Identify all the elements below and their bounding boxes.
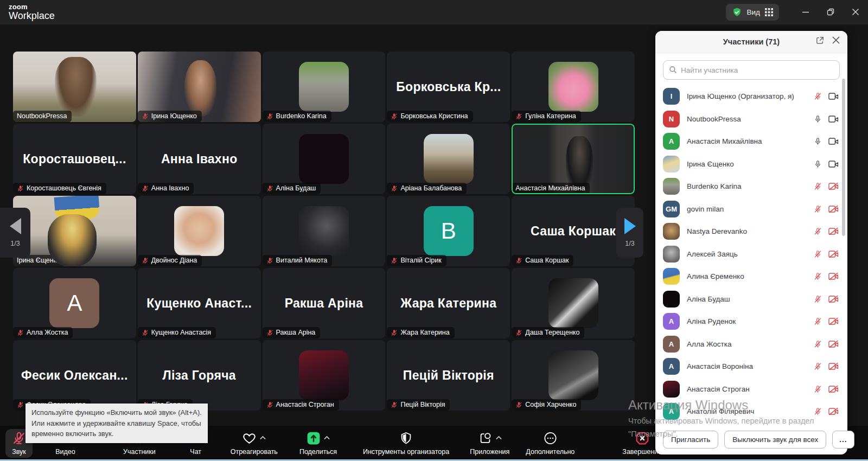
participants-title: Участники (71) bbox=[723, 37, 780, 46]
participant-row[interactable]: AАнастасія Михайлівна bbox=[655, 130, 847, 153]
video-tile[interactable]: Ліза ГорячаЛіза Горяча bbox=[138, 340, 261, 411]
participant-row[interactable]: IІрина Ющенко (Организатор, я) bbox=[655, 85, 847, 108]
video-tile[interactable]: Жара КатеринаЖара Катерина bbox=[387, 268, 510, 338]
participant-name: Анастасія Строган bbox=[687, 385, 814, 393]
video-tile[interactable]: NoutbookPressa bbox=[13, 52, 136, 122]
video-tile[interactable]: Анастасія Михайлівна bbox=[512, 124, 635, 194]
participant-row[interactable]: AАнатолій Філяревич bbox=[655, 400, 847, 423]
more-options-button[interactable]: ... bbox=[832, 431, 854, 449]
mic-muted-icon bbox=[266, 257, 273, 264]
search-icon bbox=[669, 66, 677, 76]
participant-row[interactable]: Алексей Заяць bbox=[655, 243, 847, 266]
participant-row[interactable]: Аліна Будаш bbox=[655, 288, 847, 311]
participant-name: Анастасія Михайлівна bbox=[687, 137, 814, 145]
video-tile[interactable]: Софія Харченко bbox=[512, 340, 635, 411]
mic-muted-icon bbox=[515, 401, 522, 408]
video-tile[interactable]: Аліна Будаш bbox=[263, 124, 386, 194]
participant-row[interactable]: Алина Єременко bbox=[655, 265, 847, 288]
toolbar-react-button[interactable]: Отреагировать bbox=[224, 429, 284, 458]
video-tile[interactable]: Гуліна Катерина bbox=[512, 52, 635, 122]
video-tile[interactable]: Фесик Олексан...Фесик Олександра bbox=[13, 340, 136, 411]
panel-scrollbar[interactable] bbox=[842, 79, 845, 236]
avatar: I bbox=[663, 88, 680, 105]
chevron-up-icon[interactable] bbox=[260, 432, 266, 442]
participant-name-label: Саша Коршак bbox=[512, 255, 573, 266]
participant-name-label: Гуліна Катерина bbox=[512, 111, 581, 122]
video-tile[interactable]: Ракша АрінаРакша Аріна bbox=[263, 268, 386, 338]
video-tile[interactable]: Ірина Єщенко bbox=[13, 196, 136, 266]
mute-all-button[interactable]: Выключить звук для всех bbox=[724, 431, 826, 449]
avatar: A bbox=[49, 278, 99, 328]
avatar bbox=[299, 350, 349, 400]
video-tile[interactable]: Виталий Мякота bbox=[263, 196, 386, 266]
camera-off-icon bbox=[828, 227, 839, 235]
close-window-button[interactable] bbox=[843, 0, 868, 24]
video-tile[interactable]: Борковська Кр...Борковська Кристина bbox=[387, 52, 510, 122]
participant-name: Аліна Будаш bbox=[687, 295, 814, 303]
video-tile[interactable]: BВіталій Сірик bbox=[387, 196, 510, 266]
participant-row[interactable]: AАліна Руденок bbox=[655, 310, 847, 333]
video-tile[interactable]: AАлла Жостка bbox=[13, 268, 136, 338]
video-tile[interactable]: Двойнос Діана bbox=[138, 196, 261, 266]
video-tile[interactable]: Анастасія Строган bbox=[263, 340, 386, 411]
camera-off-icon bbox=[828, 272, 839, 280]
avatar bbox=[548, 350, 598, 400]
participant-row[interactable]: Анастасія Строган bbox=[655, 378, 847, 401]
restore-button[interactable] bbox=[818, 0, 843, 24]
participant-row[interactable]: Ірина Єщенко bbox=[655, 153, 847, 176]
participant-search bbox=[655, 53, 847, 84]
mic-on-icon bbox=[814, 159, 822, 169]
video-tile[interactable]: Кущенко Анаст...Кущенко Анастасія bbox=[138, 268, 261, 338]
video-tile[interactable]: Burdenko Karina bbox=[263, 52, 386, 122]
mic-muted-icon bbox=[142, 113, 149, 120]
toolbar-apps-button[interactable]: Приложения bbox=[463, 429, 516, 458]
toolbar-share-button[interactable]: Поделиться bbox=[293, 429, 343, 458]
participant-name: Burdenko Karina bbox=[687, 182, 814, 190]
mic-muted-icon bbox=[814, 227, 822, 236]
view-button[interactable]: Вид bbox=[726, 4, 779, 21]
video-tile[interactable]: Аріана Балабанова bbox=[387, 124, 510, 194]
grid-view-icon[interactable] bbox=[765, 8, 773, 16]
participant-name: Ірина Єщенко bbox=[687, 160, 814, 168]
avatar bbox=[663, 381, 680, 398]
camera-on-icon bbox=[828, 160, 839, 168]
camera-off-icon bbox=[828, 250, 839, 258]
heart-icon bbox=[242, 431, 257, 445]
camera-on-icon bbox=[828, 137, 839, 145]
video-tile[interactable]: Даша Терещенко bbox=[512, 268, 635, 338]
participant-row[interactable]: GMgovin milan bbox=[655, 198, 847, 221]
participant-name-label: Ракша Аріна bbox=[263, 327, 321, 338]
avatar: N bbox=[663, 111, 680, 127]
participant-row[interactable]: Burdenko Karina bbox=[655, 175, 847, 198]
page-indicator: 1/3 bbox=[10, 240, 20, 247]
participant-name: Алла Жостка bbox=[687, 340, 814, 348]
video-tile[interactable]: Ірина Ющенко bbox=[138, 52, 261, 122]
chevron-up-icon[interactable] bbox=[324, 432, 330, 442]
close-panel-icon[interactable] bbox=[832, 36, 840, 44]
security-shield-icon[interactable] bbox=[732, 7, 742, 17]
participant-name-label: NoutbookPressa bbox=[13, 111, 72, 122]
next-page-button[interactable]: 1/3 bbox=[616, 208, 643, 258]
popout-panel-icon[interactable] bbox=[815, 36, 825, 45]
toolbar-host-tools-button[interactable]: Инструменты организатора bbox=[356, 429, 456, 458]
video-tile[interactable]: Пецій ВікторіяПецій Вікторія bbox=[387, 340, 510, 411]
mic-muted-icon bbox=[515, 257, 522, 264]
invite-button[interactable]: Пригласить bbox=[663, 431, 718, 449]
toolbar-more-button[interactable]: Дополнительно bbox=[519, 429, 581, 458]
tooltip-line: Или нажмите и удерживайте клавишу Space,… bbox=[31, 418, 202, 429]
video-tile[interactable]: Анна ІвахноАнна Івахно bbox=[138, 124, 261, 194]
participant-row[interactable]: NNoutbookPressa bbox=[655, 108, 847, 131]
minimize-button[interactable] bbox=[793, 0, 818, 24]
participant-name: Ірина Ющенко (Организатор, я) bbox=[687, 92, 814, 100]
chevron-up-icon[interactable] bbox=[496, 432, 502, 442]
search-input[interactable] bbox=[663, 60, 840, 80]
mic-muted-icon bbox=[142, 329, 149, 336]
participants-footer: Пригласить Выключить звук для всех ... bbox=[655, 425, 847, 454]
video-tile[interactable]: Коросташовец...Коросташовець Євгенія bbox=[13, 124, 136, 194]
participant-name-label: Борковська Кристина bbox=[387, 111, 473, 122]
participant-row[interactable]: Nastya Derevanko bbox=[655, 220, 847, 243]
participant-row[interactable]: AАлла Жостка bbox=[655, 333, 847, 356]
participant-row[interactable]: AАнастасія Вороніна bbox=[655, 355, 847, 378]
apps-icon bbox=[478, 431, 493, 445]
previous-page-button[interactable]: 1/3 bbox=[0, 208, 30, 258]
